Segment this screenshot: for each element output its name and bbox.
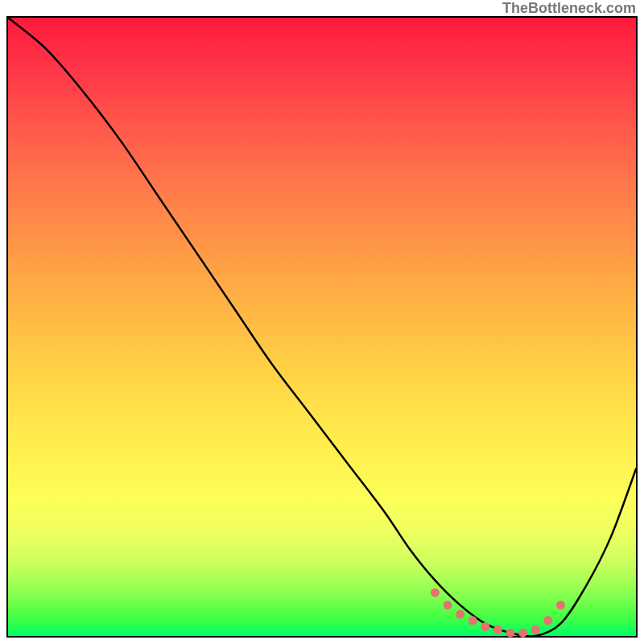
plot-area xyxy=(6,16,638,638)
bottleneck-curve-line xyxy=(8,18,636,637)
optimal-marker-dot xyxy=(506,629,515,638)
optimal-marker-dot xyxy=(431,588,440,597)
optimal-marker-dot xyxy=(469,616,477,625)
chart-svg xyxy=(8,18,636,636)
optimal-marker-dot xyxy=(493,625,502,634)
chart-container: TheBottleneck.com xyxy=(0,0,644,644)
optimal-marker-dot xyxy=(444,601,452,609)
optimal-marker-dot xyxy=(556,601,565,609)
optimal-marker-dot xyxy=(531,625,540,634)
optimal-marker-dot xyxy=(456,610,464,619)
optimal-marker-dot xyxy=(518,629,527,638)
optimal-marker-dot xyxy=(543,616,552,625)
watermark-text: TheBottleneck.com xyxy=(502,0,636,17)
optimal-marker-dot xyxy=(481,622,489,631)
